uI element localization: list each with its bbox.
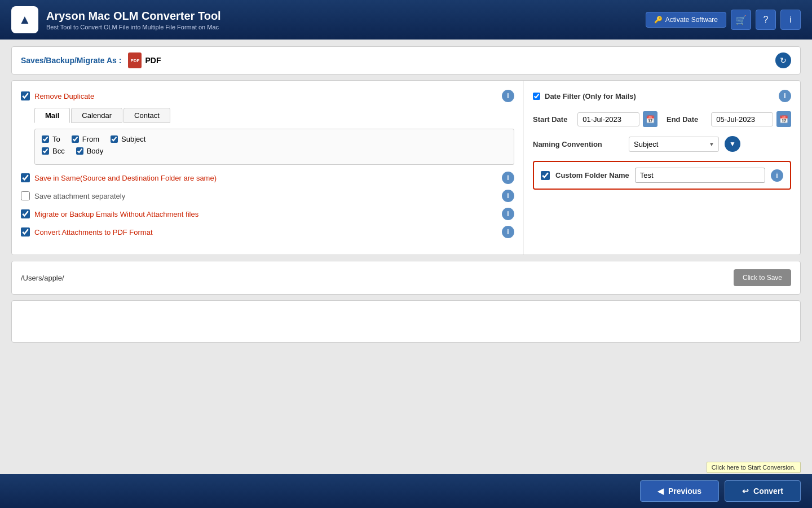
save-same-label: Save in Same(Source and Destination Fold… xyxy=(34,174,217,182)
date-filter-info-button[interactable]: i xyxy=(779,90,791,102)
remove-duplicate-row: Remove Duplicate i xyxy=(21,90,514,102)
header-title-block: Aryson Mac OLM Converter Tool Best Tool … xyxy=(46,10,221,30)
format-bar: Saves/Backup/Migrate As : PDF PDF ↻ xyxy=(11,46,801,75)
migrate-info-button[interactable]: i xyxy=(502,208,514,220)
saves-label: Saves/Backup/Migrate As : xyxy=(21,56,121,65)
format-text: PDF xyxy=(145,56,161,65)
convert-label: Convert xyxy=(753,487,783,496)
migrate-checkbox[interactable] xyxy=(21,209,30,218)
convert-pdf-label: Convert Attachments to PDF Format xyxy=(34,228,153,237)
remove-duplicate-checkbox[interactable] xyxy=(21,91,30,100)
convert-pdf-info-button[interactable]: i xyxy=(502,226,514,238)
field-body-label: Body xyxy=(87,147,104,155)
date-filter-label: Date Filter (Only for Mails) xyxy=(545,92,636,100)
end-date-calendar-button[interactable]: 📅 xyxy=(776,111,791,127)
date-filter-checkbox[interactable] xyxy=(533,93,540,100)
remove-duplicate-info-button[interactable]: i xyxy=(502,90,514,102)
mail-fields-box: To From Subject Bcc xyxy=(34,129,514,165)
save-attachment-checkbox[interactable] xyxy=(21,191,30,200)
date-section: Start Date 📅 End Date 📅 xyxy=(533,111,791,127)
save-attachment-row: Save attachment separately i xyxy=(21,190,514,202)
footer: ◀ Previous ↩ Convert xyxy=(0,474,812,508)
convert-arrow-icon: ↩ xyxy=(742,487,749,496)
naming-row: Naming Convention Subject Date From To ▼ xyxy=(533,136,791,152)
start-date-label: Start Date xyxy=(533,115,574,124)
previous-arrow-icon: ◀ xyxy=(657,487,664,496)
field-bcc-checkbox[interactable] xyxy=(42,147,49,155)
question-icon: ? xyxy=(764,15,769,25)
naming-convention-dropdown-icon[interactable]: ▼ xyxy=(725,136,740,152)
mail-tabs: Mail Calendar Contact xyxy=(34,108,514,123)
cart-icon: 🛒 xyxy=(735,15,747,25)
remove-duplicate-label: Remove Duplicate xyxy=(34,92,94,100)
path-text: /Users/apple/ xyxy=(21,274,64,282)
save-same-checkbox[interactable] xyxy=(21,173,30,182)
pdf-icon: PDF xyxy=(128,52,142,68)
format-value: PDF PDF xyxy=(128,52,161,68)
end-date-input[interactable] xyxy=(711,112,773,126)
main-content: Saves/Backup/Migrate As : PDF PDF ↻ Remo… xyxy=(0,40,812,355)
save-same-row: Save in Same(Source and Destination Fold… xyxy=(21,172,514,184)
field-from: From xyxy=(72,135,99,143)
path-bar-container: /Users/apple/ Click to Save xyxy=(11,261,801,295)
field-to: To xyxy=(42,135,60,143)
tab-calendar[interactable]: Calendar xyxy=(71,108,122,123)
save-same-info-button[interactable]: i xyxy=(502,172,514,184)
app-title: Aryson Mac OLM Converter Tool xyxy=(46,10,221,23)
field-from-checkbox[interactable] xyxy=(72,135,79,143)
custom-folder-checkbox[interactable] xyxy=(541,171,550,180)
format-bar-left: Saves/Backup/Migrate As : PDF PDF xyxy=(21,52,161,68)
field-subject: Subject xyxy=(111,135,145,143)
field-body: Body xyxy=(76,147,104,155)
mail-fields-row-1: To From Subject xyxy=(42,135,507,143)
naming-convention-select[interactable]: Subject Date From To xyxy=(629,137,719,152)
log-area xyxy=(11,300,801,343)
custom-folder-label: Custom Folder Name xyxy=(555,171,629,179)
convert-pdf-checkbox[interactable] xyxy=(21,227,30,237)
field-body-checkbox[interactable] xyxy=(76,147,83,155)
mail-fields-row-2: Bcc Body xyxy=(42,147,507,155)
custom-folder-input[interactable] xyxy=(635,168,765,183)
field-to-checkbox[interactable] xyxy=(42,135,49,143)
custom-folder-info-button[interactable]: i xyxy=(771,169,783,182)
field-subject-label: Subject xyxy=(121,135,145,143)
naming-convention-label: Naming Convention xyxy=(533,140,623,148)
info-icon: i xyxy=(789,15,792,25)
conversion-tooltip: Click here to Start Conversion. xyxy=(707,462,801,473)
options-left-panel: Remove Duplicate i Mail Calendar Contact… xyxy=(12,81,524,255)
key-icon: 🔑 xyxy=(654,16,663,24)
tab-contact[interactable]: Contact xyxy=(123,108,170,123)
field-bcc: Bcc xyxy=(42,147,65,155)
migrate-row: Migrate or Backup Emails Without Attachm… xyxy=(21,208,514,220)
header-left: ▲ Aryson Mac OLM Converter Tool Best Too… xyxy=(11,6,221,33)
help-button[interactable]: ? xyxy=(756,10,776,30)
start-date-calendar-button[interactable]: 📅 xyxy=(643,111,657,127)
options-panel: Remove Duplicate i Mail Calendar Contact… xyxy=(11,80,801,255)
migrate-label: Migrate or Backup Emails Without Attachm… xyxy=(34,210,198,218)
app-header: ▲ Aryson Mac OLM Converter Tool Best Too… xyxy=(0,0,812,40)
convert-pdf-row: Convert Attachments to PDF Format i xyxy=(21,226,514,238)
save-attachment-label: Save attachment separately xyxy=(34,192,125,200)
header-right: 🔑 Activate Software 🛒 ? i xyxy=(646,10,801,30)
save-attachment-info-button[interactable]: i xyxy=(502,190,514,202)
tab-mail[interactable]: Mail xyxy=(34,108,70,123)
start-date-input[interactable] xyxy=(577,112,639,126)
info-header-button[interactable]: i xyxy=(780,10,801,30)
app-logo: ▲ xyxy=(11,6,38,33)
activate-software-button[interactable]: 🔑 Activate Software xyxy=(646,12,726,28)
date-filter-row: Date Filter (Only for Mails) i xyxy=(533,90,791,102)
app-subtitle: Best Tool to Convert OLM File into Multi… xyxy=(46,24,221,30)
convert-button[interactable]: ↩ Convert xyxy=(725,480,801,502)
naming-select-wrap: Subject Date From To xyxy=(629,137,719,152)
end-date-label: End Date xyxy=(667,115,708,124)
field-bcc-label: Bcc xyxy=(52,147,65,155)
cart-button[interactable]: 🛒 xyxy=(731,10,751,30)
options-right-panel: Date Filter (Only for Mails) i Start Dat… xyxy=(524,81,800,255)
field-to-label: To xyxy=(52,135,60,143)
refresh-format-button[interactable]: ↻ xyxy=(775,52,791,68)
custom-folder-box: Custom Folder Name i xyxy=(533,161,791,190)
click-to-save-button[interactable]: Click to Save xyxy=(734,269,791,286)
previous-button[interactable]: ◀ Previous xyxy=(640,480,719,502)
previous-label: Previous xyxy=(668,487,701,496)
field-subject-checkbox[interactable] xyxy=(111,135,118,143)
